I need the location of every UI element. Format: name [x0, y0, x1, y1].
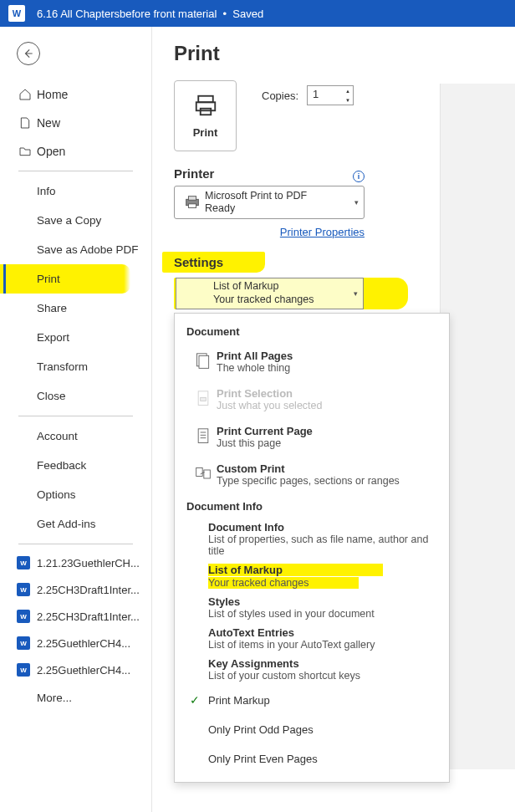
document-title: 6.16 All Chaptersbefore front material •…	[37, 8, 263, 20]
nav-feedback[interactable]: Feedback	[0, 451, 151, 480]
check-icon: ✓	[190, 693, 208, 707]
option-print-markup[interactable]: ✓Print Markup	[175, 685, 449, 715]
word-doc-icon: W	[17, 636, 30, 650]
option-odd-pages[interactable]: Only Print Odd Pages	[175, 715, 449, 744]
option-print-all-pages[interactable]: Print All PagesThe whole thing	[175, 343, 449, 380]
svg-rect-0	[198, 96, 213, 103]
nav-options[interactable]: Options	[0, 480, 151, 509]
option-key-assignments[interactable]: Key AssignmentsList of your custom short…	[175, 654, 449, 685]
what-to-print-panel: Document Print All PagesThe whole thing …	[174, 313, 450, 783]
word-doc-icon: W	[17, 610, 30, 623]
nav-share[interactable]: Share	[0, 294, 151, 323]
svg-rect-9	[201, 397, 207, 401]
copies-label: Copies:	[262, 89, 298, 102]
nav-save-copy[interactable]: Save a Copy	[0, 206, 151, 235]
copies-down[interactable]: ▼	[343, 95, 353, 105]
print-button[interactable]: Print	[174, 80, 237, 151]
printer-dropdown[interactable]: Microsoft Print to PDF Ready ▾	[174, 186, 365, 219]
pages-stack-icon	[190, 350, 217, 371]
printer-properties-link[interactable]: Printer Properties	[280, 226, 365, 238]
custom-pages-icon	[190, 462, 217, 484]
panel-docinfo-heading: Document Info	[175, 493, 449, 518]
nav-transform[interactable]: Transform	[0, 352, 151, 381]
single-page-icon	[190, 425, 217, 447]
chevron-down-icon: ▾	[354, 198, 359, 207]
svg-rect-5	[188, 204, 196, 208]
option-even-pages[interactable]: Only Print Even Pages	[175, 744, 449, 774]
page-title: Print	[174, 42, 515, 65]
recent-doc-1[interactable]: W1.21.23GuethlerCH...	[0, 549, 151, 576]
print-pane: Print Print Copies: 1 ▲ ▼ Printer i	[152, 27, 515, 812]
svg-rect-2	[200, 109, 211, 115]
svg-rect-10	[198, 429, 208, 443]
page-selection-icon	[190, 387, 217, 409]
option-print-current-page[interactable]: Print Current PageJust this page	[175, 418, 449, 456]
new-icon	[18, 116, 37, 130]
nav-export[interactable]: Export	[0, 323, 151, 352]
nav-account[interactable]: Account	[0, 421, 151, 451]
word-doc-icon: W	[17, 663, 30, 677]
recent-doc-4[interactable]: W2.25GuethlerCH4...	[0, 630, 151, 656]
copies-up[interactable]: ▲	[343, 86, 353, 95]
nav-new[interactable]: New	[0, 109, 151, 137]
nav-addins[interactable]: Get Add-ins	[0, 509, 151, 539]
printer-icon	[193, 93, 218, 118]
panel-document-heading: Document	[175, 319, 449, 343]
svg-rect-15	[204, 470, 211, 478]
word-doc-icon: W	[17, 583, 30, 596]
printer-info-icon[interactable]: i	[353, 171, 365, 182]
option-document-info[interactable]: Document InfoList of properties, such as…	[175, 518, 449, 560]
settings-what-to-print-dropdown[interactable]: List of Markup Your tracked changes ▾	[176, 278, 364, 309]
back-arrow-icon	[23, 48, 34, 59]
recent-doc-5[interactable]: W2.25GuethlerCH4...	[0, 656, 151, 683]
svg-rect-1	[196, 102, 215, 110]
chevron-down-icon: ▾	[354, 289, 358, 298]
recent-doc-3[interactable]: W2.25CH3Draft1Inter...	[0, 603, 151, 630]
recent-doc-2[interactable]: W2.25CH3Draft1Inter...	[0, 576, 151, 603]
svg-rect-4	[188, 197, 196, 201]
word-app-icon: W	[8, 5, 25, 22]
option-list-of-markup[interactable]: List of MarkupYour tracked changes	[175, 560, 449, 592]
nav-print[interactable]: Print	[0, 264, 130, 294]
backstage-sidebar: Home New Open Info Save a Copy Save as A…	[0, 27, 152, 812]
recent-more[interactable]: More...	[0, 683, 151, 712]
copies-input[interactable]: 1 ▲ ▼	[307, 85, 354, 105]
svg-rect-14	[196, 468, 203, 477]
nav-open[interactable]: Open	[0, 137, 151, 166]
word-doc-icon: W	[17, 556, 30, 569]
printer-heading: Printer	[174, 166, 214, 181]
open-icon	[18, 145, 37, 158]
option-autotext[interactable]: AutoText EntriesList of items in your Au…	[175, 623, 449, 654]
nav-info[interactable]: Info	[0, 176, 151, 206]
svg-rect-7	[199, 355, 209, 368]
option-styles[interactable]: StylesList of styles used in your docume…	[175, 592, 449, 623]
home-icon	[18, 88, 37, 101]
settings-heading: Settings	[174, 255, 223, 269]
option-custom-print[interactable]: Custom PrintType specific pages, section…	[175, 456, 449, 493]
option-print-selection: Print SelectionJust what you selected	[175, 380, 449, 418]
title-bar: W 6.16 All Chaptersbefore front material…	[0, 0, 515, 27]
nav-close[interactable]: Close	[0, 381, 151, 411]
printer-device-icon	[180, 193, 205, 212]
back-button[interactable]	[17, 42, 40, 65]
nav-home[interactable]: Home	[0, 80, 151, 109]
nav-save-adobe[interactable]: Save as Adobe PDF	[0, 235, 151, 264]
print-preview-area	[440, 84, 515, 769]
